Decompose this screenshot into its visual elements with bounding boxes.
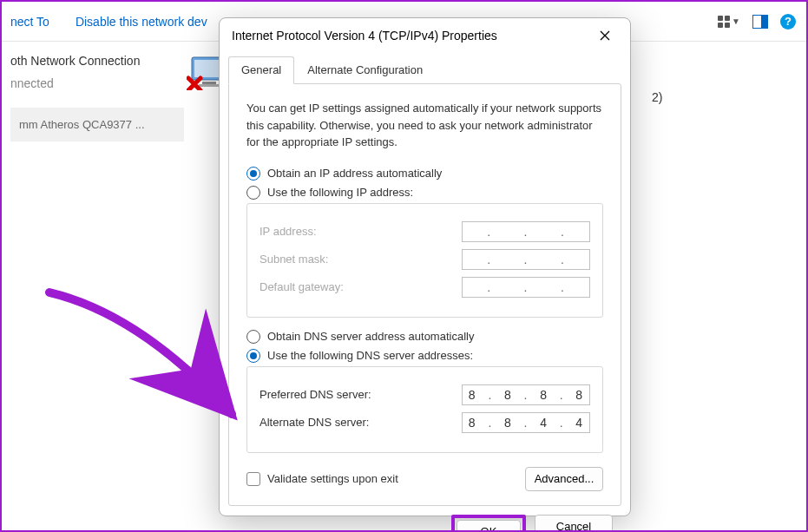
- close-icon[interactable]: [592, 23, 618, 49]
- radio-dns-auto[interactable]: Obtain DNS server address automatically: [246, 330, 603, 344]
- dialog-titlebar[interactable]: Internet Protocol Version 4 (TCP/IPv4) P…: [220, 18, 630, 53]
- svg-rect-2: [202, 82, 216, 84]
- alternate-dns-input[interactable]: 8. 8. 4. 4: [462, 412, 590, 433]
- radio-label: Obtain an IP address automatically: [267, 167, 442, 180]
- tab-general[interactable]: General: [228, 56, 294, 84]
- connect-to-link[interactable]: nect To: [10, 15, 49, 29]
- cancel-button[interactable]: Cancel: [535, 515, 613, 533]
- adapter-count-suffix: 2): [652, 90, 662, 104]
- disable-device-link[interactable]: Disable this network dev: [76, 15, 207, 29]
- details-pane-icon[interactable]: [752, 15, 768, 29]
- dns-field-group: Preferred DNS server: 8. 8. 8. 8 Alterna…: [246, 366, 603, 453]
- radio-ip-manual[interactable]: Use the following IP address:: [246, 186, 603, 200]
- preferred-dns-label: Preferred DNS server:: [259, 388, 462, 401]
- gateway-label: Default gateway:: [259, 280, 462, 293]
- bg-content: oth Network Connection nnected mm Athero…: [2, 45, 193, 150]
- ip-field-group: IP address: ... Subnet mask: ... Default…: [246, 203, 603, 318]
- ipv4-properties-dialog: Internet Protocol Version 4 (TCP/IPv4) P…: [219, 17, 631, 516]
- subnet-label: Subnet mask:: [259, 253, 462, 266]
- dialog-title: Internet Protocol Version 4 (TCP/IPv4) P…: [232, 29, 592, 43]
- ip-address-label: IP address:: [259, 225, 462, 238]
- alternate-dns-label: Alternate DNS server:: [259, 416, 462, 429]
- validate-label: Validate settings upon exit: [267, 472, 398, 485]
- intro-text: You can get IP settings assigned automat…: [246, 100, 603, 151]
- radio-icon: [246, 186, 260, 200]
- preferred-dns-input[interactable]: 8. 8. 8. 8: [462, 384, 590, 405]
- radio-label: Use the following IP address:: [267, 186, 413, 199]
- adapter-name: oth Network Connection: [10, 54, 184, 68]
- tab-alternate[interactable]: Alternate Configuration: [294, 56, 436, 84]
- adapter-status: nnected: [10, 76, 184, 90]
- radio-icon: [246, 167, 260, 181]
- ok-button[interactable]: OK: [457, 520, 521, 533]
- advanced-button[interactable]: Advanced...: [525, 467, 603, 491]
- radio-icon: [246, 349, 260, 363]
- tab-body: You can get IP settings assigned automat…: [228, 83, 621, 506]
- adapter-card[interactable]: mm Atheros QCA9377 ...: [10, 108, 184, 141]
- radio-label: Use the following DNS server addresses:: [267, 349, 473, 362]
- ip-address-input: ...: [462, 221, 590, 242]
- subnet-input: ...: [462, 249, 590, 270]
- radio-ip-auto[interactable]: Obtain an IP address automatically: [246, 167, 603, 181]
- tab-strip: General Alternate Configuration: [228, 56, 621, 84]
- radio-dns-manual[interactable]: Use the following DNS server addresses:: [246, 349, 603, 363]
- dialog-buttons: OK Cancel: [220, 515, 630, 533]
- gateway-input: ...: [462, 277, 590, 298]
- radio-icon: [246, 330, 260, 344]
- ok-highlight: OK: [451, 515, 526, 533]
- radio-label: Obtain DNS server address automatically: [267, 330, 474, 343]
- view-options-icon[interactable]: ▼: [718, 16, 740, 28]
- help-icon[interactable]: ?: [780, 14, 796, 30]
- validate-checkbox[interactable]: [246, 472, 260, 486]
- svg-rect-3: [199, 84, 220, 87]
